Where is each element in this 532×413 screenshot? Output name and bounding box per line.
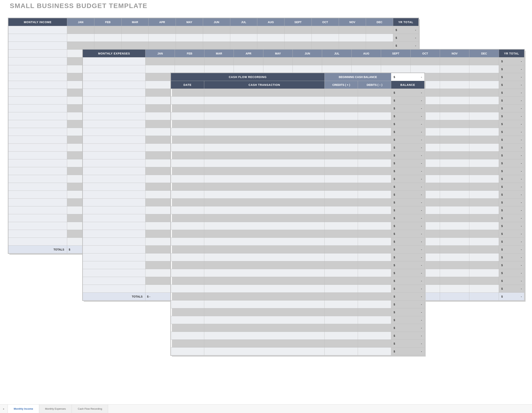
credit-cell[interactable] [324,120,358,128]
credit-cell[interactable] [324,293,358,301]
row-label-cell[interactable] [9,112,67,120]
tab-nav-button[interactable]: ▸ [0,404,8,413]
transaction-cell[interactable] [204,183,325,191]
data-cell[interactable] [469,230,499,238]
data-cell[interactable] [312,42,339,49]
debit-cell[interactable] [358,198,391,206]
row-label-cell[interactable] [83,183,145,191]
row-label-cell[interactable] [83,144,145,151]
data-cell[interactable] [440,269,469,277]
data-cell[interactable] [440,128,469,136]
transaction-cell[interactable] [204,246,325,254]
transaction-cell[interactable] [204,347,325,355]
date-cell[interactable] [171,144,204,151]
transaction-cell[interactable] [204,136,325,144]
debit-cell[interactable] [358,144,391,151]
debit-cell[interactable] [358,167,391,175]
date-cell[interactable] [171,261,204,269]
debit-cell[interactable] [358,277,391,285]
credit-cell[interactable] [324,316,358,324]
debit-cell[interactable] [358,120,391,128]
data-cell[interactable] [94,42,121,49]
date-cell[interactable] [171,112,204,120]
transaction-cell[interactable] [204,112,325,120]
data-cell[interactable] [440,159,469,167]
data-cell[interactable] [469,65,499,73]
transaction-cell[interactable] [204,238,325,246]
data-cell[interactable] [440,144,469,151]
row-label-cell[interactable] [9,206,67,214]
credit-cell[interactable] [324,324,358,332]
data-cell[interactable] [263,58,293,65]
row-label-cell[interactable] [83,136,145,144]
data-cell[interactable] [257,26,285,34]
date-cell[interactable] [171,159,204,167]
data-cell[interactable] [440,73,469,81]
credit-cell[interactable] [324,183,358,191]
debit-cell[interactable] [358,246,391,254]
date-cell[interactable] [171,136,204,144]
transaction-cell[interactable] [204,308,325,316]
debit-cell[interactable] [358,222,391,230]
transaction-cell[interactable] [204,332,325,340]
date-cell[interactable] [171,175,204,183]
row-label-cell[interactable] [83,128,145,136]
data-cell[interactable] [381,58,410,65]
credit-cell[interactable] [324,238,358,246]
credit-cell[interactable] [324,97,358,105]
debit-cell[interactable] [358,136,391,144]
debit-cell[interactable] [358,332,391,340]
date-cell[interactable] [171,167,204,175]
row-label-cell[interactable] [9,128,67,136]
date-cell[interactable] [171,238,204,246]
data-cell[interactable] [440,206,469,214]
row-label-cell[interactable] [9,81,67,89]
data-cell[interactable] [149,42,176,49]
debit-cell[interactable] [358,340,391,347]
row-label-cell[interactable] [83,198,145,206]
row-label-cell[interactable] [83,105,145,112]
data-cell[interactable] [469,159,499,167]
debit-cell[interactable] [358,183,391,191]
row-label-cell[interactable] [9,167,67,175]
transaction-cell[interactable] [204,175,325,183]
data-cell[interactable] [121,26,149,34]
transaction-cell[interactable] [204,293,325,301]
data-cell[interactable] [440,136,469,144]
transaction-cell[interactable] [204,89,325,97]
row-label-cell[interactable] [83,151,145,159]
credit-cell[interactable] [324,301,358,308]
data-cell[interactable] [469,97,499,105]
transaction-cell[interactable] [204,167,325,175]
credit-cell[interactable] [324,191,358,198]
beginning-balance-value[interactable]: $ - [391,73,425,81]
transaction-cell[interactable] [204,105,325,112]
row-label-cell[interactable] [9,175,67,183]
date-cell[interactable] [171,120,204,128]
data-cell[interactable] [469,246,499,254]
row-label-cell[interactable] [9,238,67,246]
data-cell[interactable] [293,65,322,73]
row-label-cell[interactable] [9,198,67,206]
row-label-cell[interactable] [83,246,145,254]
data-cell[interactable] [469,206,499,214]
credit-cell[interactable] [324,230,358,238]
row-label-cell[interactable] [9,120,67,128]
date-cell[interactable] [171,340,204,347]
date-cell[interactable] [171,89,204,97]
data-cell[interactable] [440,175,469,183]
date-cell[interactable] [171,222,204,230]
credit-cell[interactable] [324,159,358,167]
data-cell[interactable] [440,65,469,73]
data-cell[interactable] [410,65,440,73]
debit-cell[interactable] [358,89,391,97]
debit-cell[interactable] [358,324,391,332]
row-label-cell[interactable] [9,151,67,159]
data-cell[interactable] [366,26,393,34]
credit-cell[interactable] [324,261,358,269]
data-cell[interactable] [469,269,499,277]
data-cell[interactable] [204,58,234,65]
data-cell[interactable] [440,167,469,175]
data-cell[interactable] [469,254,499,261]
transaction-cell[interactable] [204,151,325,159]
